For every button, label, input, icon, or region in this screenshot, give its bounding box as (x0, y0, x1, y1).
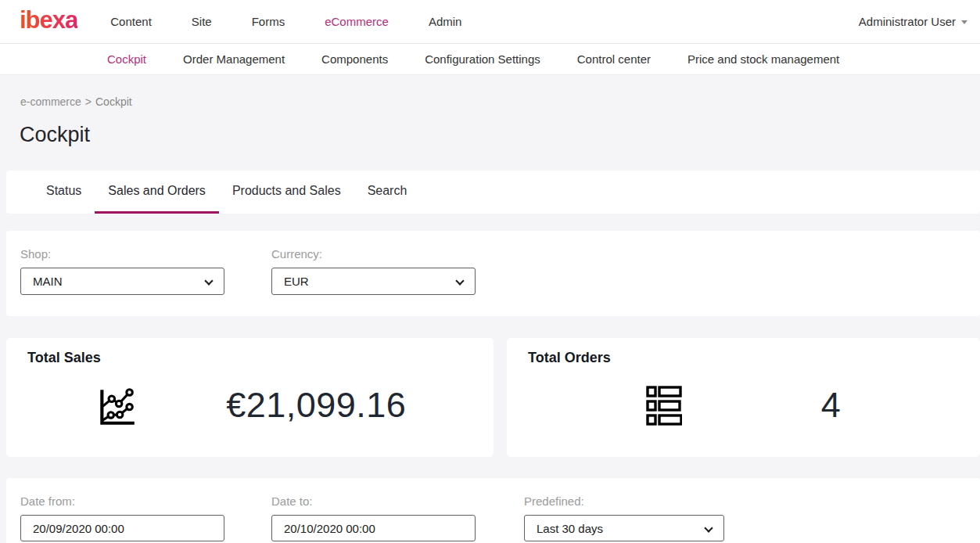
ibexa-logo[interactable]: ibexa (20, 8, 77, 35)
date-filter-panel: Date from: Date to: Predefined: Last 30 … (6, 478, 980, 543)
shop-label: Shop: (20, 247, 224, 261)
date-to-label: Date to: (271, 494, 476, 508)
breadcrumb: e-commerce>Cockpit (20, 95, 980, 108)
nav-item-admin[interactable]: Admin (429, 15, 462, 28)
nav-item-forms[interactable]: Forms (252, 15, 285, 28)
date-to-input[interactable] (271, 515, 476, 541)
shop-currency-filter-panel: Shop: MAIN Currency: EUR (6, 231, 980, 316)
chevron-down-icon (704, 523, 713, 532)
currency-label: Currency: (271, 247, 476, 261)
total-orders-card: Total Orders 4 (507, 338, 980, 457)
chevron-down-icon (455, 276, 464, 285)
predefined-select-value: Last 30 days (537, 522, 603, 535)
user-menu-label: Administrator User (859, 15, 956, 28)
breadcrumb-current[interactable]: Cockpit (95, 95, 132, 108)
line-chart-icon (94, 383, 139, 428)
ecommerce-sub-nav: Cockpit Order Management Components Conf… (0, 44, 980, 75)
date-to-field: Date to: (271, 494, 476, 541)
date-from-input[interactable] (20, 515, 224, 541)
subnav-item-control-center[interactable]: Control center (577, 52, 651, 66)
tab-status[interactable]: Status (33, 171, 95, 214)
shop-field: Shop: MAIN (20, 247, 224, 295)
subnav-item-configuration-settings[interactable]: Configuration Settings (425, 52, 540, 66)
total-sales-value: €21,099.16 (226, 385, 406, 426)
predefined-field: Predefined: Last 30 days (524, 494, 724, 541)
tab-sales-and-orders[interactable]: Sales and Orders (95, 171, 219, 214)
predefined-select[interactable]: Last 30 days (524, 515, 724, 541)
nav-item-ecommerce[interactable]: eCommerce (325, 15, 389, 28)
total-orders-value: 4 (821, 385, 842, 426)
subnav-item-price-stock-management[interactable]: Price and stock management (687, 52, 839, 66)
subnav-item-cockpit[interactable]: Cockpit (107, 52, 146, 66)
page-title: Cockpit (20, 123, 980, 147)
nav-item-site[interactable]: Site (192, 15, 212, 28)
nav-item-content[interactable]: Content (110, 15, 152, 28)
total-orders-title: Total Orders (528, 350, 980, 366)
main-nav: Content Site Forms eCommerce Admin (110, 15, 461, 28)
total-orders-body: 4 (507, 368, 980, 443)
total-sales-card: Total Sales €21,099.16 (6, 338, 494, 457)
currency-select[interactable]: EUR (271, 268, 476, 295)
currency-field: Currency: EUR (271, 247, 476, 295)
shop-select[interactable]: MAIN (20, 268, 224, 295)
total-sales-body: €21,099.16 (6, 368, 494, 443)
tab-search[interactable]: Search (354, 171, 421, 214)
currency-select-value: EUR (284, 275, 309, 288)
date-from-field: Date from: (20, 494, 224, 541)
user-menu[interactable]: Administrator User (859, 15, 967, 28)
subnav-item-components[interactable]: Components (321, 52, 388, 66)
top-navigation-bar: ibexa Content Site Forms eCommerce Admin… (0, 0, 980, 44)
date-from-label: Date from: (20, 494, 224, 508)
breadcrumb-parent[interactable]: e-commerce (20, 95, 81, 108)
tab-products-and-sales[interactable]: Products and Sales (219, 171, 354, 214)
total-sales-title: Total Sales (27, 350, 494, 366)
chevron-down-icon (204, 276, 213, 285)
predefined-label: Predefined: (524, 494, 724, 508)
content-area: e-commerce>Cockpit Cockpit Status Sales … (0, 75, 980, 543)
chevron-down-icon (961, 20, 967, 24)
stat-cards-row: Total Sales €21,099.16 (6, 338, 980, 457)
cockpit-tabs: Status Sales and Orders Products and Sal… (6, 171, 980, 214)
subnav-item-order-management[interactable]: Order Management (183, 52, 285, 66)
shop-select-value: MAIN (33, 275, 63, 288)
orders-list-icon (646, 385, 682, 426)
breadcrumb-separator: > (85, 95, 92, 108)
